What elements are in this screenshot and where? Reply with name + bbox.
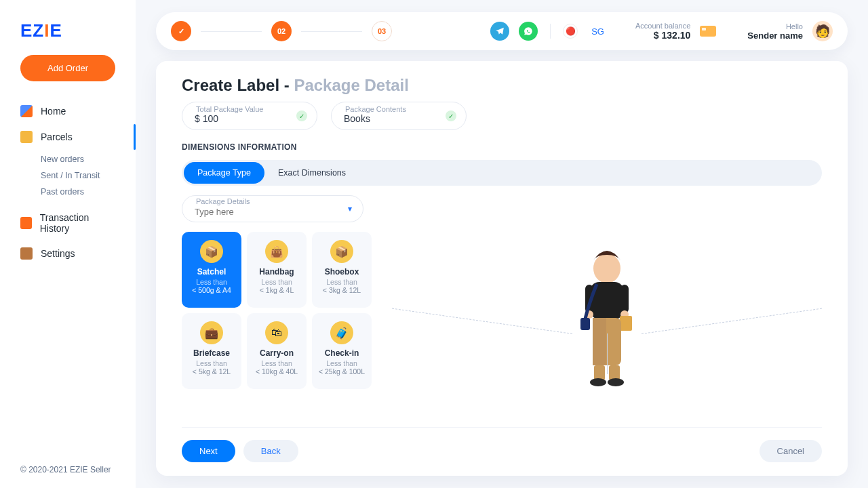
sidebar-item-transactions[interactable]: Transaction History xyxy=(0,205,136,241)
briefcase-icon: 💼 xyxy=(200,321,223,344)
package-desc1: Less than xyxy=(326,359,357,367)
card-footer: Next Back Cancel xyxy=(182,427,822,462)
dimensions-header: DIMENSIONS INFORMATION xyxy=(182,142,822,152)
handbag-icon: 👜 xyxy=(265,240,288,263)
home-icon xyxy=(20,105,33,117)
package-name: Carry-on xyxy=(260,348,294,358)
hello-label: Hello xyxy=(747,22,803,30)
package-desc2: < 3kg & 12L xyxy=(323,286,361,294)
country-flag-icon[interactable]: 🔴 xyxy=(563,24,578,39)
sidebar-item-label: Settings xyxy=(41,248,75,259)
next-button[interactable]: Next xyxy=(182,440,235,462)
svg-rect-11 xyxy=(609,365,620,380)
add-order-button[interactable]: Add Order xyxy=(20,55,115,81)
topbar: ✓ 02 03 🔴 SG Account balance $ 132.10 xyxy=(156,12,848,50)
satchel-icon: 📦 xyxy=(200,240,223,263)
content-card: Create Label - Package Detail Total Pack… xyxy=(156,61,848,476)
package-details-select[interactable]: Package Details ▾ xyxy=(182,195,363,222)
field-value: $ 100 xyxy=(195,113,304,124)
copyright-text: © 2020-2021 EZIE Seller xyxy=(0,465,136,474)
package-option-satchel[interactable]: 📦 Satchel Less than < 500g & A4 xyxy=(182,232,241,308)
parcel-icon xyxy=(20,131,33,143)
package-desc1: Less than xyxy=(326,278,357,286)
page-title: Create Label - Package Detail xyxy=(182,76,822,95)
svg-point-12 xyxy=(590,378,606,386)
segment-exact-dimensions[interactable]: Exact Dimensions xyxy=(264,162,359,184)
balance-value: $ 132.10 xyxy=(635,30,690,41)
settings-icon xyxy=(20,247,33,260)
package-desc1: Less than xyxy=(196,278,227,286)
package-name: Shoebox xyxy=(325,267,359,277)
svg-point-0 xyxy=(593,253,620,283)
main-area: ✓ 02 03 🔴 SG Account balance $ 132.10 xyxy=(136,0,868,488)
history-icon xyxy=(20,217,32,229)
package-type-grid: 📦 Satchel Less than < 500g & A4 👜 Handba… xyxy=(182,232,372,389)
field-label: Total Package Value xyxy=(196,105,263,113)
back-button[interactable]: Back xyxy=(243,440,298,462)
package-name: Handbag xyxy=(259,267,294,277)
sidebar-item-home[interactable]: Home xyxy=(0,98,136,124)
sender-name: Sender name xyxy=(747,30,803,41)
sidebar-subitem-past[interactable]: Past orders xyxy=(41,184,136,200)
card-icon[interactable] xyxy=(700,26,716,37)
dimension-segment: Package Type Exact Dimensions xyxy=(182,160,822,186)
package-desc2: < 10kg & 40L xyxy=(256,367,298,375)
user-greeting: Hello Sender name xyxy=(747,22,803,41)
svg-rect-6 xyxy=(580,318,590,330)
package-desc2: < 1kg & 4L xyxy=(260,286,294,294)
carryon-icon: 🛍 xyxy=(265,321,288,344)
sidebar-subitem-sent[interactable]: Sent / In Transit xyxy=(41,167,136,184)
step-divider xyxy=(201,31,262,32)
package-option-carryon[interactable]: 🛍 Carry-on Less than < 10kg & 40L xyxy=(247,313,307,389)
package-desc1: Less than xyxy=(261,359,292,367)
person-illustration xyxy=(392,195,822,389)
balance-label: Account balance xyxy=(635,22,690,30)
package-contents-field[interactable]: Package Contents Books ✓ xyxy=(331,102,467,130)
svg-rect-7 xyxy=(620,316,632,331)
sidebar-subitem-new-orders[interactable]: New orders xyxy=(41,151,136,167)
floor-guides xyxy=(392,333,822,367)
avatar[interactable]: 🧑 xyxy=(812,21,833,41)
package-option-briefcase[interactable]: 💼 Briefcase Less than < 5kg & 12L xyxy=(182,313,241,389)
package-desc1: Less than xyxy=(196,359,227,367)
divider xyxy=(550,24,551,39)
field-label: Package Contents xyxy=(345,105,406,113)
field-value: Books xyxy=(344,113,454,124)
title-sub: Package Detail xyxy=(294,76,408,94)
segment-package-type[interactable]: Package Type xyxy=(184,162,264,184)
package-desc2: < 5kg & 12L xyxy=(193,367,231,375)
step-3-future: 03 xyxy=(372,21,392,41)
package-desc1: Less than xyxy=(261,278,292,286)
package-option-handbag[interactable]: 👜 Handbag Less than < 1kg & 4L xyxy=(247,232,307,308)
checkin-icon: 🧳 xyxy=(330,321,353,344)
step-2-current: 02 xyxy=(271,21,292,41)
sidebar: EZIE Add Order Home Parcels New orders S… xyxy=(0,0,136,488)
svg-rect-10 xyxy=(594,365,605,380)
sidebar-item-label: Home xyxy=(41,106,66,117)
sidebar-item-settings[interactable]: Settings xyxy=(0,241,136,266)
package-option-shoebox[interactable]: 📦 Shoebox Less than < 3kg & 12L xyxy=(312,232,372,308)
package-desc2: < 500g & A4 xyxy=(192,286,231,294)
valid-check-icon: ✓ xyxy=(446,110,456,121)
svg-rect-3 xyxy=(620,285,629,313)
package-name: Check-in xyxy=(325,348,359,358)
step-divider xyxy=(301,31,362,32)
total-package-value-field[interactable]: Total Package Value $ 100 ✓ xyxy=(182,102,317,130)
sidebar-item-parcels[interactable]: Parcels xyxy=(0,124,136,150)
valid-check-icon: ✓ xyxy=(296,110,307,121)
whatsapp-icon[interactable] xyxy=(519,22,538,41)
sidebar-item-label: Transaction History xyxy=(40,212,115,234)
chevron-down-icon: ▾ xyxy=(348,204,352,214)
package-name: Briefcase xyxy=(193,348,230,358)
package-desc2: < 25kg & 100L xyxy=(319,367,365,375)
shoebox-icon: 📦 xyxy=(330,240,353,263)
package-option-checkin[interactable]: 🧳 Check-in Less than < 25kg & 100L xyxy=(312,313,372,389)
brand-logo: EZIE xyxy=(0,20,136,55)
country-code[interactable]: SG xyxy=(591,26,604,37)
sidebar-item-label: Parcels xyxy=(41,131,73,142)
package-name: Satchel xyxy=(197,267,226,277)
svg-point-13 xyxy=(608,378,624,386)
cancel-button[interactable]: Cancel xyxy=(760,440,822,462)
package-details-input[interactable] xyxy=(195,204,351,217)
telegram-icon[interactable] xyxy=(490,22,509,41)
